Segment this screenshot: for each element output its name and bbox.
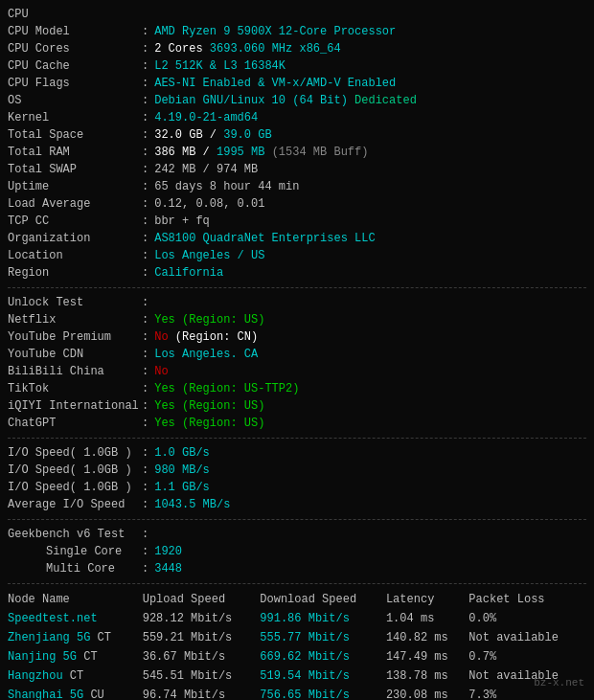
location-value: Los Angeles / US (154, 247, 264, 264)
download-speed: 669.62 Mbit/s (260, 647, 386, 666)
region-value: California (154, 264, 223, 282)
total-swap-label: Total SWAP (8, 161, 142, 178)
youtube-premium-value: No (Region: CN) (154, 328, 258, 346)
network1-section: Node Name Upload Speed Download Speed La… (8, 590, 586, 700)
divider-3 (8, 519, 586, 520)
region-row: Region : California (8, 264, 586, 282)
download-speed: 991.86 Mbit/s (260, 609, 386, 628)
node-name: Shanghai 5G CU (8, 686, 143, 700)
netflix-row: Netflix : Yes (Region: US) (8, 311, 586, 328)
cpu-cache-label: CPU Cache (8, 57, 142, 75)
table-row: Speedtest.net 928.12 Mbit/s 991.86 Mbit/… (8, 609, 586, 628)
chatgpt-label: ChatGPT (8, 415, 142, 432)
geekbench-header-row: Geekbench v6 Test : (8, 526, 586, 543)
org-row: Organization : AS8100 QuadraNet Enterpri… (8, 230, 586, 247)
network1-table: Node Name Upload Speed Download Speed La… (8, 590, 586, 700)
org-label: Organization (8, 230, 142, 247)
youtube-cdn-row: YouTube CDN : Los Angeles. CA (8, 346, 586, 363)
uptime-row: Uptime : 65 days 8 hour 44 min (8, 178, 586, 195)
youtube-premium-label: YouTube Premium (8, 328, 142, 346)
node-name: Speedtest.net (8, 609, 143, 628)
total-space-label: Total Space (8, 126, 142, 144)
total-ram-value: 386 MB / 1995 MB (1534 MB Buff) (154, 144, 368, 161)
unlock-label: Unlock Test (8, 294, 142, 311)
geekbench-multi-value: 3448 (154, 560, 182, 577)
io-speed-3-row: I/O Speed( 1.0GB ) : 1.1 GB/s (8, 479, 586, 496)
cpu-cores-row: CPU Cores : 2 Cores 3693.060 MHz x86_64 (8, 40, 586, 57)
total-space-value: 32.0 GB / 39.0 GB (154, 126, 271, 144)
total-ram-row: Total RAM : 386 MB / 1995 MB (1534 MB Bu… (8, 144, 586, 161)
kernel-value: 4.19.0-21-amd64 (154, 109, 258, 126)
table-row: Zhenjiang 5G CT 559.21 Mbit/s 555.77 Mbi… (8, 628, 586, 647)
cpu-flags-label: CPU Flags (8, 75, 142, 92)
packet-loss: 0.7% (468, 647, 586, 666)
iqiyi-row: iQIYI International : Yes (Region: US) (8, 397, 586, 415)
upload-speed: 96.74 Mbit/s (143, 686, 261, 700)
avg-io-row: Average I/O Speed : 1043.5 MB/s (8, 496, 586, 513)
kernel-label: Kernel (8, 109, 142, 126)
io-speed-2-row: I/O Speed( 1.0GB ) : 980 MB/s (8, 462, 586, 479)
geekbench-section: Geekbench v6 Test : Single Core : 1920 M… (8, 526, 586, 577)
th-download-1: Download Speed (260, 590, 386, 609)
youtube-cdn-value: Los Angeles. CA (154, 346, 258, 363)
io-section: I/O Speed( 1.0GB ) : 1.0 GB/s I/O Speed(… (8, 444, 586, 513)
io-speed-1-value: 1.0 GB/s (154, 444, 210, 462)
netflix-label: Netflix (8, 311, 142, 328)
divider-4 (8, 583, 586, 584)
load-average-label: Load Average (8, 195, 142, 213)
geekbench-single-label: Single Core (8, 543, 142, 560)
geekbench-single-row: Single Core : 1920 (8, 543, 586, 560)
total-ram-label: Total RAM (8, 144, 142, 161)
upload-speed: 928.12 Mbit/s (143, 609, 261, 628)
bilibili-value: No (154, 363, 168, 380)
bilibili-label: BiliBili China (8, 363, 142, 380)
latency: 230.08 ms (386, 686, 468, 700)
tcp-cc-row: TCP CC : bbr + fq (8, 213, 586, 230)
kernel-row: Kernel : 4.19.0-21-amd64 (8, 109, 586, 126)
load-average-value: 0.12, 0.08, 0.01 (154, 195, 264, 213)
cpu-model-row: CPU Model : AMD Ryzen 9 5900X 12-Core Pr… (8, 23, 586, 40)
io-speed-2-label: I/O Speed( 1.0GB ) (8, 462, 142, 479)
watermark: bz-x.net (534, 675, 584, 691)
latency: 138.78 ms (386, 666, 468, 686)
os-row: OS : Debian GNU/Linux 10 (64 Bit) Dedica… (8, 92, 586, 109)
download-speed: 756.65 Mbit/s (260, 686, 386, 700)
latency: 140.82 ms (386, 628, 468, 647)
netflix-value: Yes (Region: US) (154, 311, 264, 328)
system-section: CPU CPU Model : AMD Ryzen 9 5900X 12-Cor… (8, 6, 586, 282)
geekbench-multi-row: Multi Core : 3448 (8, 560, 586, 577)
bilibili-row: BiliBili China : No (8, 363, 586, 380)
total-swap-value: 242 MB / 974 MB (154, 161, 258, 178)
avg-io-label: Average I/O Speed (8, 496, 142, 513)
divider-1 (8, 287, 586, 288)
os-label: OS (8, 92, 142, 109)
tiktok-value: Yes (Region: US-TTP2) (154, 380, 299, 397)
io-speed-1-label: I/O Speed( 1.0GB ) (8, 444, 142, 462)
th-upload-1: Upload Speed (143, 590, 261, 609)
youtube-premium-row: YouTube Premium : No (Region: CN) (8, 328, 586, 346)
th-node-1: Node Name (8, 590, 143, 609)
io-speed-2-value: 980 MB/s (154, 462, 210, 479)
io-speed-1-row: I/O Speed( 1.0GB ) : 1.0 GB/s (8, 444, 586, 462)
total-swap-row: Total SWAP : 242 MB / 974 MB (8, 161, 586, 178)
network1-header: Node Name Upload Speed Download Speed La… (8, 590, 586, 609)
location-label: Location (8, 247, 142, 264)
tiktok-row: TikTok : Yes (Region: US-TTP2) (8, 380, 586, 397)
node-name: Zhenjiang 5G CT (8, 628, 143, 647)
region-label: Region (8, 264, 142, 282)
avg-io-value: 1043.5 MB/s (154, 496, 230, 513)
th-latency-1: Latency (386, 590, 468, 609)
download-speed: 555.77 Mbit/s (260, 628, 386, 647)
tiktok-label: TikTok (8, 380, 142, 397)
cpu-section-label: CPU (8, 6, 142, 23)
chatgpt-row: ChatGPT : Yes (Region: US) (8, 415, 586, 432)
io-speed-3-value: 1.1 GB/s (154, 479, 210, 496)
cpu-flags-row: CPU Flags : AES-NI Enabled & VM-x/AMD-V … (8, 75, 586, 92)
cpu-cores-label: CPU Cores (8, 40, 142, 57)
org-value: AS8100 QuadraNet Enterprises LLC (154, 230, 375, 247)
youtube-cdn-label: YouTube CDN (8, 346, 142, 363)
cpu-cache-value: L2 512K & L3 16384K (154, 57, 286, 75)
upload-speed: 545.51 Mbit/s (143, 666, 261, 686)
os-value: Debian GNU/Linux 10 (64 Bit) Dedicated (154, 92, 417, 109)
table-row: Shanghai 5G CU 96.74 Mbit/s 756.65 Mbit/… (8, 686, 586, 700)
